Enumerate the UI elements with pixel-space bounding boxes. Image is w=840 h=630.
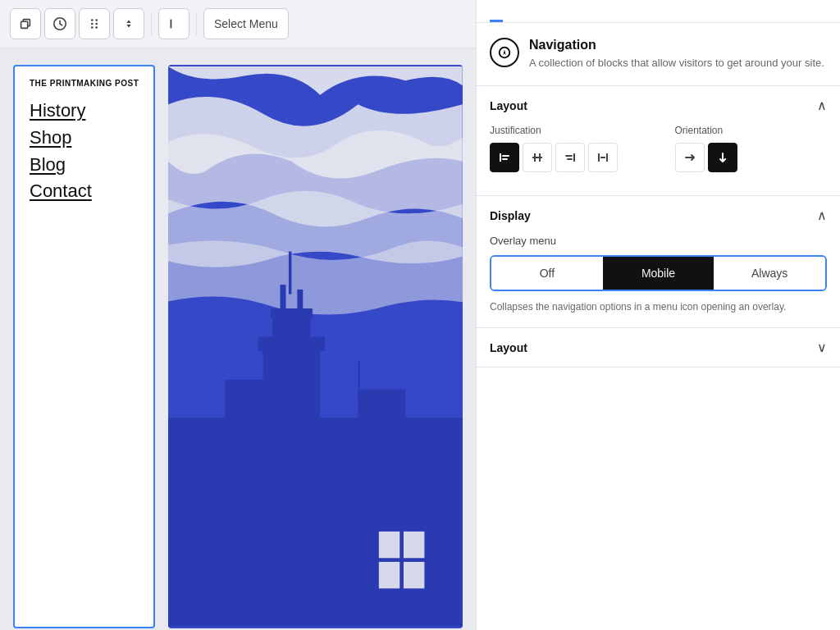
settings-panel: Navigation A collection of blocks that a… <box>476 0 840 630</box>
block-info-text: Navigation A collection of blocks that a… <box>529 38 824 71</box>
svg-rect-23 <box>379 562 399 588</box>
svg-rect-22 <box>404 532 424 558</box>
svg-point-2 <box>91 19 94 21</box>
svg-rect-35 <box>565 155 573 157</box>
svg-rect-24 <box>404 562 424 588</box>
svg-rect-17 <box>226 380 263 427</box>
reorder-button[interactable] <box>113 8 144 39</box>
layout-section: Layout ∧ Justification <box>477 86 840 196</box>
svg-rect-16 <box>298 290 304 313</box>
overlay-off-button[interactable]: Off <box>491 257 603 290</box>
display-section-content: Overlay menu Off Mobile Always Collapses… <box>477 235 840 327</box>
layout-section-2-header[interactable]: Layout ∨ <box>477 328 840 367</box>
navigation-block-icon <box>490 38 519 67</box>
svg-rect-18 <box>358 389 406 427</box>
orientation-col: Orientation <box>675 125 828 172</box>
svg-rect-31 <box>539 153 541 157</box>
layout-section-content: Justification <box>477 125 840 195</box>
svg-rect-19 <box>289 252 291 294</box>
overlay-menu-toggle-group: Off Mobile Always <box>490 255 827 291</box>
layout-section-2-title: Layout <box>490 341 527 354</box>
nav-link-blog[interactable]: Blog <box>30 153 139 178</box>
orientation-vertical-button[interactable] <box>708 143 737 172</box>
block-title: Navigation <box>529 38 824 52</box>
svg-rect-29 <box>532 157 542 158</box>
poster-image <box>168 65 463 628</box>
justification-col: Justification <box>490 125 642 172</box>
svg-rect-28 <box>502 158 508 160</box>
svg-rect-26 <box>500 153 501 162</box>
svg-rect-21 <box>379 532 399 558</box>
svg-point-6 <box>95 23 98 25</box>
svg-rect-36 <box>567 158 573 160</box>
svg-rect-8 <box>171 20 172 29</box>
svg-point-3 <box>91 23 94 25</box>
nav-link-contact[interactable]: Contact <box>30 179 139 204</box>
toolbar: Select Menu <box>0 0 476 48</box>
svg-rect-34 <box>573 153 575 162</box>
svg-rect-30 <box>534 153 536 157</box>
block-description: A collection of blocks that allow visito… <box>529 56 824 71</box>
layout-section-header[interactable]: Layout ∧ <box>477 86 840 125</box>
tab-settings[interactable] <box>490 0 503 22</box>
panel-tab-bar <box>477 0 840 23</box>
navigation-icon-button[interactable] <box>44 8 75 39</box>
display-section-title: Display <box>490 209 531 222</box>
svg-point-5 <box>95 19 98 21</box>
orientation-horizontal-button[interactable] <box>675 143 705 172</box>
layout-chevron-up-icon: ∧ <box>817 98 827 113</box>
justify-left-button[interactable] <box>490 143 519 172</box>
orientation-label: Orientation <box>675 125 828 136</box>
svg-rect-33 <box>539 158 541 162</box>
move-button[interactable] <box>79 8 110 39</box>
orientation-btn-group <box>675 143 828 172</box>
svg-rect-11 <box>263 342 320 437</box>
nav-block-container: THE PRINTMAKING POST History Shop Blog C… <box>0 48 476 630</box>
nav-link-history[interactable]: History <box>30 98 139 124</box>
svg-rect-0 <box>21 21 28 28</box>
overlay-description: Collapses the navigation options in a me… <box>490 299 827 314</box>
overlay-mobile-button[interactable]: Mobile <box>603 257 714 290</box>
toolbar-separator <box>151 12 152 35</box>
layout-section-2: Layout ∨ <box>477 328 840 368</box>
overlay-always-button[interactable]: Always <box>714 257 825 290</box>
select-menu-button[interactable]: Select Menu <box>203 8 289 39</box>
display-chevron-up-icon: ∧ <box>817 208 827 223</box>
svg-rect-27 <box>502 155 509 157</box>
justification-btn-group <box>490 143 642 172</box>
layout-controls-row: Justification <box>490 125 827 172</box>
justify-right-button[interactable] <box>555 143 585 172</box>
align-button[interactable] <box>158 8 189 39</box>
toolbar-separator-2 <box>196 12 197 35</box>
overlay-menu-label: Overlay menu <box>490 235 827 247</box>
svg-rect-39 <box>600 157 605 158</box>
editor-area: Select Menu THE PRINTMAKING POST History… <box>0 0 476 630</box>
svg-rect-32 <box>534 158 536 162</box>
svg-rect-10 <box>168 418 463 627</box>
svg-rect-20 <box>358 361 360 399</box>
nav-link-shop[interactable]: Shop <box>30 126 139 151</box>
display-section-header[interactable]: Display ∧ <box>477 196 840 235</box>
site-name: THE PRINTMAKING POST <box>30 78 139 89</box>
nav-links: History Shop Blog Contact <box>30 98 139 204</box>
svg-rect-14 <box>271 308 313 318</box>
svg-point-4 <box>91 26 94 29</box>
layout-section-title: Layout <box>490 99 527 112</box>
justify-center-button[interactable] <box>523 143 552 172</box>
nav-block: THE PRINTMAKING POST History Shop Blog C… <box>13 65 155 628</box>
block-info: Navigation A collection of blocks that a… <box>477 23 840 86</box>
layout2-chevron-down-icon: ∨ <box>817 340 827 355</box>
svg-rect-15 <box>281 285 286 313</box>
justification-label: Justification <box>490 125 642 136</box>
svg-rect-38 <box>606 153 608 162</box>
svg-rect-37 <box>598 153 600 162</box>
svg-point-7 <box>95 26 98 29</box>
justify-space-button[interactable] <box>588 143 618 172</box>
duplicate-button[interactable] <box>10 8 41 39</box>
display-section: Display ∧ Overlay menu Off Mobile Always… <box>477 196 840 328</box>
